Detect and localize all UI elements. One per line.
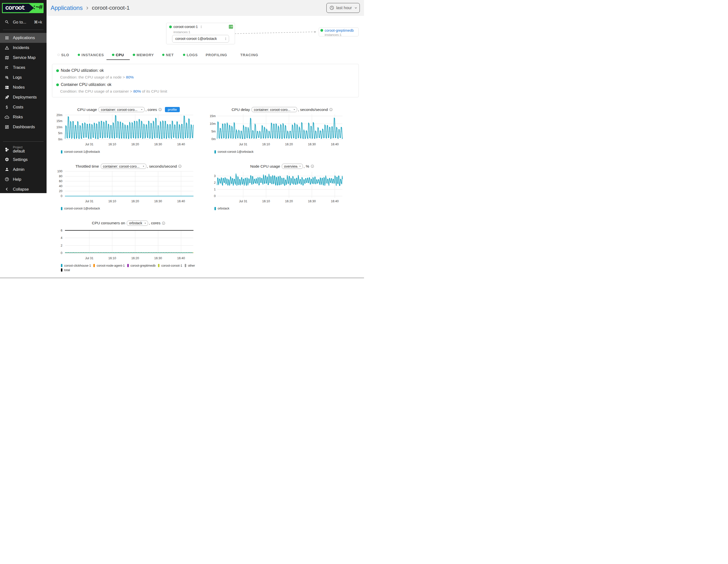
svg-text:16:20: 16:20: [285, 143, 293, 146]
svg-text:16:40: 16:40: [331, 143, 338, 146]
svg-text:16:20: 16:20: [131, 200, 139, 203]
svg-text:15m: 15m: [56, 119, 62, 123]
svg-text:15m: 15m: [210, 114, 216, 118]
svg-text:16:20: 16:20: [131, 256, 139, 260]
svg-text:2: 2: [61, 244, 62, 247]
svg-text:16:40: 16:40: [331, 200, 338, 203]
svg-text:4: 4: [61, 236, 62, 240]
svg-text:16:40: 16:40: [177, 200, 185, 203]
svg-text:10m: 10m: [56, 126, 62, 129]
svg-text:0m: 0m: [211, 137, 216, 141]
svg-text:0: 0: [214, 194, 216, 198]
svg-text:16:10: 16:10: [262, 143, 270, 146]
svg-text:2: 2: [214, 181, 216, 184]
svg-text:16:40: 16:40: [177, 143, 185, 146]
svg-text:40: 40: [59, 184, 62, 188]
svg-text:16:40: 16:40: [177, 256, 185, 260]
svg-text:16:10: 16:10: [108, 200, 116, 203]
svg-text:100: 100: [57, 170, 62, 173]
svg-text:16:30: 16:30: [154, 143, 162, 146]
svg-text:0: 0: [61, 251, 62, 255]
svg-text:16:30: 16:30: [308, 200, 316, 203]
svg-text:16:10: 16:10: [108, 143, 116, 146]
svg-text:16:20: 16:20: [285, 200, 293, 203]
svg-text:10m: 10m: [210, 122, 216, 126]
svg-text:16:10: 16:10: [262, 200, 270, 203]
svg-text:Jul 31: Jul 31: [239, 143, 247, 146]
svg-text:16:10: 16:10: [108, 256, 116, 260]
svg-text:16:30: 16:30: [154, 256, 162, 260]
svg-text:0m: 0m: [58, 138, 62, 141]
svg-text:16:30: 16:30: [154, 200, 162, 203]
svg-text:Jul 31: Jul 31: [85, 143, 93, 146]
svg-text:16:30: 16:30: [308, 143, 316, 146]
svg-text:5m: 5m: [58, 131, 62, 135]
svg-text:6: 6: [61, 229, 62, 232]
svg-text:16:20: 16:20: [131, 143, 139, 146]
svg-text:3: 3: [214, 174, 216, 178]
svg-text:0: 0: [61, 194, 62, 198]
svg-text:Jul 31: Jul 31: [85, 200, 93, 203]
svg-text:20: 20: [59, 189, 62, 193]
svg-text:60: 60: [59, 179, 62, 183]
svg-text:20m: 20m: [56, 113, 62, 117]
svg-text:80: 80: [59, 175, 62, 178]
svg-text:1: 1: [214, 188, 216, 191]
svg-text:5m: 5m: [211, 130, 216, 133]
svg-text:Jul 31: Jul 31: [239, 200, 247, 203]
svg-text:Jul 31: Jul 31: [85, 256, 93, 260]
